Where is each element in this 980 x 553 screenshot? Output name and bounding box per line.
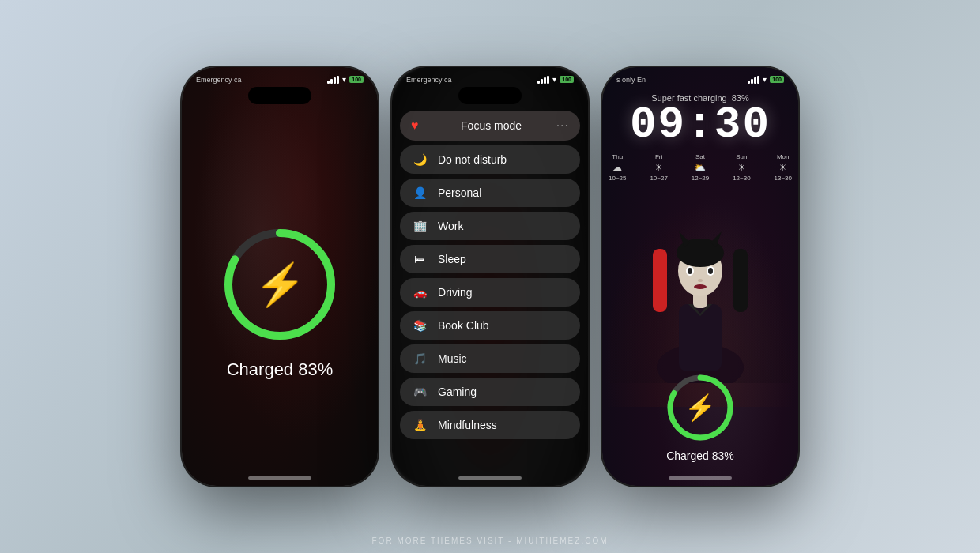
dnd-icon: 🌙 (411, 153, 428, 166)
clock-display: 09:30 (613, 103, 787, 147)
status-bar-2: Emergency ca ▾ 100 (392, 67, 588, 87)
focus-list: ♥ Focus mode ··· 🌙 Do not disturb 👤 Pers… (392, 111, 588, 439)
day-mon: Mon (777, 153, 790, 160)
svg-point-15 (698, 279, 703, 282)
svg-point-10 (688, 268, 692, 274)
music-label: Music (438, 352, 569, 365)
mindfulness-icon: 🧘 (411, 419, 428, 431)
gaming-label: Gaming (438, 386, 569, 398)
home-indicator-3 (669, 476, 732, 480)
day-sat: Sat (695, 153, 705, 160)
status-bar-3: s only En ▾ 100 (602, 67, 798, 87)
focus-item-work[interactable]: 🏢 Work (400, 212, 580, 240)
weather-fri: Fri ☀ 10~27 (650, 153, 667, 182)
small-charging-ring: ⚡ (665, 372, 736, 443)
phone-2: Emergency ca ▾ 100 ♥ Focus (392, 67, 588, 486)
svg-rect-8 (733, 249, 748, 312)
gaming-icon: 🎮 (411, 386, 428, 398)
sleep-icon: 🛏 (411, 253, 428, 265)
home-indicator-2 (458, 476, 522, 480)
day-sun: Sun (736, 153, 747, 160)
mindfulness-label: Mindfulness (438, 419, 569, 431)
wifi-icon-1: ▾ (342, 75, 346, 84)
sun-sun: ☀ (737, 162, 746, 173)
focus-item-music[interactable]: 🎵 Music (400, 344, 580, 373)
phones-container: Emergency ca ▾ 100 (182, 67, 798, 486)
sun-fri: ☀ (654, 162, 663, 173)
focus-item-gaming[interactable]: 🎮 Gaming (400, 378, 580, 406)
battery-3: 100 (770, 76, 784, 83)
focus-dots: ··· (556, 118, 569, 133)
day-thu: Thu (612, 153, 623, 160)
driving-icon: 🚗 (411, 286, 428, 299)
watermark-text: FOR MORE THEMES VISIT - MIUITHEMEZ.COM (372, 536, 609, 545)
sun-sat: ⛅ (694, 162, 706, 173)
dynamic-island-1 (248, 87, 311, 104)
charging-text-1: Charged 83% (227, 359, 334, 380)
bookclub-icon: 📚 (411, 319, 428, 332)
day-fri: Fri (655, 153, 662, 160)
goth-figure (610, 225, 790, 383)
focus-item-driving[interactable]: 🚗 Driving (400, 278, 580, 307)
status-left-3: s only En (616, 76, 646, 84)
watermark: FOR MORE THEMES VISIT - MIUITHEMEZ.COM (0, 526, 980, 553)
weather-strip: Thu ☁ 10~25 Fri ☀ 10~27 Sat ⛅ 12~29 Sun … (602, 150, 798, 185)
lockscreen-top: Super fast charging 83% 09:30 (602, 87, 798, 150)
focus-mode-title: Focus mode (427, 119, 556, 132)
range-sat: 12~29 (692, 175, 709, 182)
focus-item-mindfulness[interactable]: 🧘 Mindfulness (400, 411, 580, 439)
personal-icon: 👤 (411, 186, 428, 199)
battery-2: 100 (560, 76, 574, 83)
status-left-1: Emergency ca (196, 76, 242, 84)
svg-rect-7 (653, 249, 667, 312)
range-fri: 10~27 (650, 175, 667, 182)
focus-item-sleep[interactable]: 🛏 Sleep (400, 245, 580, 273)
home-indicator-1 (248, 476, 311, 480)
sleep-label: Sleep (438, 253, 569, 265)
work-icon: 🏢 (411, 220, 428, 232)
status-left-2: Emergency ca (406, 76, 452, 84)
small-bolt-icon: ⚡ (665, 372, 736, 443)
focus-item-personal[interactable]: 👤 Personal (400, 179, 580, 207)
wifi-icon-2: ▾ (552, 75, 556, 84)
phone-1: Emergency ca ▾ 100 (182, 67, 378, 486)
range-sun: 12~30 (733, 175, 750, 182)
dnd-label: Do not disturb (438, 153, 569, 166)
bookclub-label: Book Club (438, 319, 569, 332)
charging-text-3: Charged 83% (666, 450, 734, 462)
charging-ring-1: ⚡ (220, 225, 339, 344)
music-icon: 🎵 (411, 352, 428, 365)
focus-item-bookclub[interactable]: 📚 Book Club (400, 311, 580, 340)
dynamic-island-2 (458, 87, 522, 104)
heart-icon: ♥ (411, 118, 419, 133)
phone3-charging-bottom: ⚡ Charged 83% (602, 372, 798, 462)
sun-thu: ☁ (612, 162, 622, 173)
svg-point-12 (708, 268, 713, 274)
focus-mode-header[interactable]: ♥ Focus mode ··· (400, 111, 580, 141)
status-bar-1: Emergency ca ▾ 100 (182, 67, 378, 87)
bolt-icon-1: ⚡ (220, 225, 339, 344)
weather-sun: Sun ☀ 12~30 (733, 153, 750, 182)
sun-mon: ☀ (778, 162, 787, 173)
charging-container-1: ⚡ Charged 83% (182, 109, 378, 486)
battery-1: 100 (349, 76, 364, 83)
range-thu: 10~25 (609, 175, 626, 182)
focus-item-dnd[interactable]: 🌙 Do not disturb (400, 145, 580, 174)
weather-sat: Sat ⛅ 12~29 (692, 153, 709, 182)
wifi-icon-3: ▾ (763, 75, 767, 84)
svg-point-16 (694, 284, 707, 289)
phone-3: s only En ▾ 100 Super fast charging 83% (602, 67, 798, 486)
weather-mon: Mon ☀ 13~30 (775, 153, 792, 182)
weather-thu: Thu ☁ 10~25 (609, 153, 626, 182)
personal-label: Personal (438, 186, 569, 199)
driving-label: Driving (438, 286, 569, 299)
work-label: Work (438, 220, 569, 232)
range-mon: 13~30 (775, 175, 792, 182)
bolt-symbol-1: ⚡ (254, 264, 306, 305)
